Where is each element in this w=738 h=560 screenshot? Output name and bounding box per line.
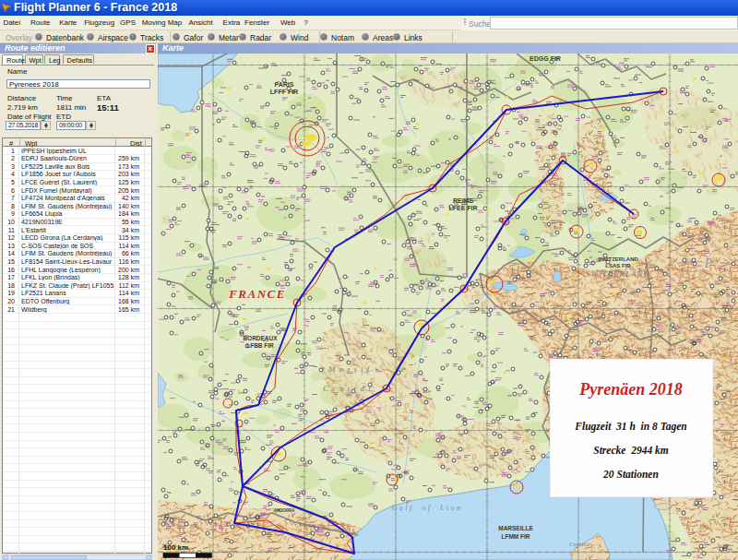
svg-text:SWITZERLAND: SWITZERLAND <box>586 269 650 279</box>
svg-text:P: P <box>704 256 713 270</box>
svg-text:LFEE FIR: LFEE FIR <box>448 205 477 211</box>
svg-text:LFFF FIR: LFFF FIR <box>270 89 298 95</box>
svg-text:SWITZERLAND: SWITZERLAND <box>598 256 638 262</box>
svg-text:Pyrenäen 2018: Pyrenäen 2018 <box>578 380 683 399</box>
svg-text:MARSEILLE: MARSEILLE <box>498 525 533 531</box>
svg-text:ANDORRA: ANDORRA <box>274 508 296 513</box>
svg-text:Corsica: Corsica <box>569 541 590 548</box>
svg-text:FRANCE: FRANCE <box>228 287 286 301</box>
svg-text:Massif: Massif <box>327 364 373 374</box>
svg-text:100 km: 100 km <box>163 543 188 552</box>
svg-text:BORDEAUX: BORDEAUX <box>243 335 278 341</box>
svg-text:PARIS: PARIS <box>275 81 294 88</box>
svg-text:Strecke 2944 km: Strecke 2944 km <box>593 445 669 456</box>
svg-text:Central: Central <box>323 384 375 393</box>
svg-text:EDGG FIR: EDGG FIR <box>530 55 561 62</box>
svg-text:REIMS: REIMS <box>453 197 474 204</box>
svg-text:20 Stationen: 20 Stationen <box>602 469 659 480</box>
svg-text:LSAS FIR: LSAS FIR <box>605 263 631 268</box>
svg-text:LFBB FIR: LFBB FIR <box>246 342 274 349</box>
svg-text:Flugzeit 31 h in 8 Tagen: Flugzeit 31 h in 8 Tagen <box>574 421 686 433</box>
svg-text:Gulf of Lion: Gulf of Lion <box>391 504 462 512</box>
svg-text:LFMM FIR: LFMM FIR <box>501 533 530 540</box>
